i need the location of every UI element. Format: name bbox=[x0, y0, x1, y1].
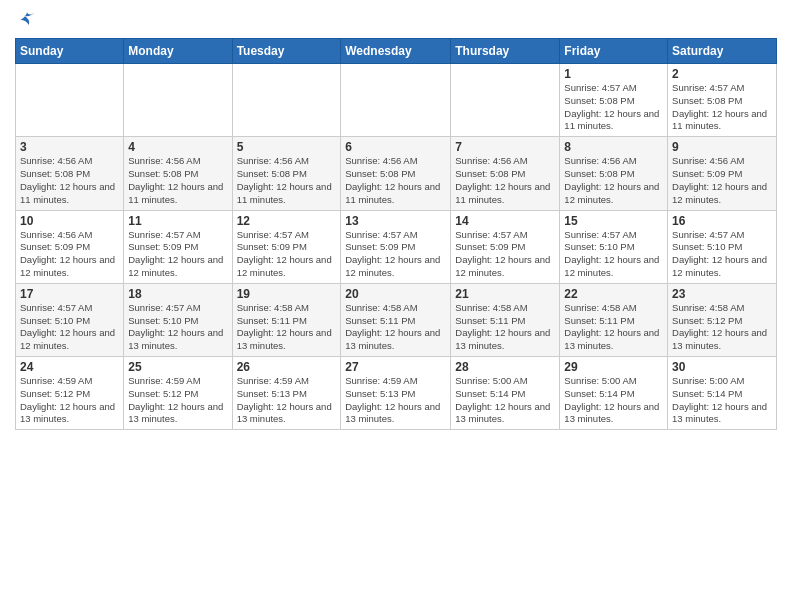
calendar-cell: 24Sunrise: 4:59 AM Sunset: 5:12 PM Dayli… bbox=[16, 357, 124, 430]
day-info: Sunrise: 4:57 AM Sunset: 5:09 PM Dayligh… bbox=[345, 229, 446, 280]
col-header-thursday: Thursday bbox=[451, 39, 560, 64]
day-info: Sunrise: 4:59 AM Sunset: 5:12 PM Dayligh… bbox=[128, 375, 227, 426]
calendar-cell: 29Sunrise: 5:00 AM Sunset: 5:14 PM Dayli… bbox=[560, 357, 668, 430]
day-number: 11 bbox=[128, 214, 227, 228]
calendar-cell: 7Sunrise: 4:56 AM Sunset: 5:08 PM Daylig… bbox=[451, 137, 560, 210]
day-info: Sunrise: 4:57 AM Sunset: 5:08 PM Dayligh… bbox=[672, 82, 772, 133]
calendar-cell: 18Sunrise: 4:57 AM Sunset: 5:10 PM Dayli… bbox=[124, 283, 232, 356]
day-info: Sunrise: 5:00 AM Sunset: 5:14 PM Dayligh… bbox=[455, 375, 555, 426]
day-info: Sunrise: 4:56 AM Sunset: 5:08 PM Dayligh… bbox=[345, 155, 446, 206]
day-info: Sunrise: 4:58 AM Sunset: 5:11 PM Dayligh… bbox=[455, 302, 555, 353]
day-number: 12 bbox=[237, 214, 337, 228]
day-info: Sunrise: 4:56 AM Sunset: 5:08 PM Dayligh… bbox=[237, 155, 337, 206]
calendar-cell: 23Sunrise: 4:58 AM Sunset: 5:12 PM Dayli… bbox=[668, 283, 777, 356]
calendar-cell: 12Sunrise: 4:57 AM Sunset: 5:09 PM Dayli… bbox=[232, 210, 341, 283]
day-info: Sunrise: 5:00 AM Sunset: 5:14 PM Dayligh… bbox=[672, 375, 772, 426]
col-header-tuesday: Tuesday bbox=[232, 39, 341, 64]
col-header-sunday: Sunday bbox=[16, 39, 124, 64]
col-header-monday: Monday bbox=[124, 39, 232, 64]
calendar-cell: 8Sunrise: 4:56 AM Sunset: 5:08 PM Daylig… bbox=[560, 137, 668, 210]
col-header-wednesday: Wednesday bbox=[341, 39, 451, 64]
day-number: 16 bbox=[672, 214, 772, 228]
day-info: Sunrise: 4:59 AM Sunset: 5:13 PM Dayligh… bbox=[237, 375, 337, 426]
day-info: Sunrise: 4:56 AM Sunset: 5:08 PM Dayligh… bbox=[20, 155, 119, 206]
calendar-cell: 21Sunrise: 4:58 AM Sunset: 5:11 PM Dayli… bbox=[451, 283, 560, 356]
day-number: 19 bbox=[237, 287, 337, 301]
day-info: Sunrise: 4:57 AM Sunset: 5:09 PM Dayligh… bbox=[455, 229, 555, 280]
day-number: 10 bbox=[20, 214, 119, 228]
day-info: Sunrise: 4:57 AM Sunset: 5:10 PM Dayligh… bbox=[128, 302, 227, 353]
day-info: Sunrise: 4:56 AM Sunset: 5:08 PM Dayligh… bbox=[128, 155, 227, 206]
day-info: Sunrise: 4:58 AM Sunset: 5:11 PM Dayligh… bbox=[564, 302, 663, 353]
calendar-cell: 16Sunrise: 4:57 AM Sunset: 5:10 PM Dayli… bbox=[668, 210, 777, 283]
calendar-cell: 6Sunrise: 4:56 AM Sunset: 5:08 PM Daylig… bbox=[341, 137, 451, 210]
day-info: Sunrise: 4:58 AM Sunset: 5:11 PM Dayligh… bbox=[345, 302, 446, 353]
calendar-cell: 10Sunrise: 4:56 AM Sunset: 5:09 PM Dayli… bbox=[16, 210, 124, 283]
day-number: 26 bbox=[237, 360, 337, 374]
calendar-cell: 25Sunrise: 4:59 AM Sunset: 5:12 PM Dayli… bbox=[124, 357, 232, 430]
day-info: Sunrise: 4:58 AM Sunset: 5:11 PM Dayligh… bbox=[237, 302, 337, 353]
calendar-cell: 27Sunrise: 4:59 AM Sunset: 5:13 PM Dayli… bbox=[341, 357, 451, 430]
day-info: Sunrise: 5:00 AM Sunset: 5:14 PM Dayligh… bbox=[564, 375, 663, 426]
col-header-friday: Friday bbox=[560, 39, 668, 64]
calendar-cell bbox=[124, 64, 232, 137]
day-number: 24 bbox=[20, 360, 119, 374]
calendar-cell: 13Sunrise: 4:57 AM Sunset: 5:09 PM Dayli… bbox=[341, 210, 451, 283]
calendar-cell: 5Sunrise: 4:56 AM Sunset: 5:08 PM Daylig… bbox=[232, 137, 341, 210]
day-number: 28 bbox=[455, 360, 555, 374]
day-info: Sunrise: 4:58 AM Sunset: 5:12 PM Dayligh… bbox=[672, 302, 772, 353]
day-number: 5 bbox=[237, 140, 337, 154]
day-info: Sunrise: 4:57 AM Sunset: 5:09 PM Dayligh… bbox=[128, 229, 227, 280]
calendar-cell: 26Sunrise: 4:59 AM Sunset: 5:13 PM Dayli… bbox=[232, 357, 341, 430]
calendar-cell: 22Sunrise: 4:58 AM Sunset: 5:11 PM Dayli… bbox=[560, 283, 668, 356]
calendar-cell: 17Sunrise: 4:57 AM Sunset: 5:10 PM Dayli… bbox=[16, 283, 124, 356]
calendar-cell bbox=[16, 64, 124, 137]
day-info: Sunrise: 4:59 AM Sunset: 5:12 PM Dayligh… bbox=[20, 375, 119, 426]
day-number: 22 bbox=[564, 287, 663, 301]
day-info: Sunrise: 4:56 AM Sunset: 5:08 PM Dayligh… bbox=[564, 155, 663, 206]
day-number: 15 bbox=[564, 214, 663, 228]
calendar-cell: 2Sunrise: 4:57 AM Sunset: 5:08 PM Daylig… bbox=[668, 64, 777, 137]
calendar-cell: 14Sunrise: 4:57 AM Sunset: 5:09 PM Dayli… bbox=[451, 210, 560, 283]
calendar-week-row: 1Sunrise: 4:57 AM Sunset: 5:08 PM Daylig… bbox=[16, 64, 777, 137]
calendar-cell: 20Sunrise: 4:58 AM Sunset: 5:11 PM Dayli… bbox=[341, 283, 451, 356]
day-info: Sunrise: 4:57 AM Sunset: 5:09 PM Dayligh… bbox=[237, 229, 337, 280]
day-number: 25 bbox=[128, 360, 227, 374]
col-header-saturday: Saturday bbox=[668, 39, 777, 64]
calendar-cell bbox=[451, 64, 560, 137]
calendar-cell: 11Sunrise: 4:57 AM Sunset: 5:09 PM Dayli… bbox=[124, 210, 232, 283]
calendar-week-row: 17Sunrise: 4:57 AM Sunset: 5:10 PM Dayli… bbox=[16, 283, 777, 356]
day-number: 3 bbox=[20, 140, 119, 154]
day-info: Sunrise: 4:56 AM Sunset: 5:08 PM Dayligh… bbox=[455, 155, 555, 206]
day-info: Sunrise: 4:57 AM Sunset: 5:10 PM Dayligh… bbox=[564, 229, 663, 280]
day-number: 13 bbox=[345, 214, 446, 228]
day-info: Sunrise: 4:59 AM Sunset: 5:13 PM Dayligh… bbox=[345, 375, 446, 426]
day-number: 7 bbox=[455, 140, 555, 154]
day-number: 4 bbox=[128, 140, 227, 154]
day-number: 6 bbox=[345, 140, 446, 154]
logo-area bbox=[15, 10, 37, 30]
day-info: Sunrise: 4:57 AM Sunset: 5:10 PM Dayligh… bbox=[20, 302, 119, 353]
day-info: Sunrise: 4:57 AM Sunset: 5:08 PM Dayligh… bbox=[564, 82, 663, 133]
day-number: 29 bbox=[564, 360, 663, 374]
day-number: 20 bbox=[345, 287, 446, 301]
calendar-cell: 3Sunrise: 4:56 AM Sunset: 5:08 PM Daylig… bbox=[16, 137, 124, 210]
calendar-table: SundayMondayTuesdayWednesdayThursdayFrid… bbox=[15, 38, 777, 430]
header bbox=[15, 10, 777, 30]
logo-bird-icon bbox=[17, 10, 37, 30]
day-info: Sunrise: 4:57 AM Sunset: 5:10 PM Dayligh… bbox=[672, 229, 772, 280]
day-number: 30 bbox=[672, 360, 772, 374]
page: SundayMondayTuesdayWednesdayThursdayFrid… bbox=[0, 0, 792, 612]
calendar-cell bbox=[341, 64, 451, 137]
calendar-cell: 15Sunrise: 4:57 AM Sunset: 5:10 PM Dayli… bbox=[560, 210, 668, 283]
day-number: 8 bbox=[564, 140, 663, 154]
calendar-cell: 1Sunrise: 4:57 AM Sunset: 5:08 PM Daylig… bbox=[560, 64, 668, 137]
calendar-week-row: 10Sunrise: 4:56 AM Sunset: 5:09 PM Dayli… bbox=[16, 210, 777, 283]
calendar-week-row: 3Sunrise: 4:56 AM Sunset: 5:08 PM Daylig… bbox=[16, 137, 777, 210]
day-number: 17 bbox=[20, 287, 119, 301]
calendar-cell: 19Sunrise: 4:58 AM Sunset: 5:11 PM Dayli… bbox=[232, 283, 341, 356]
day-number: 9 bbox=[672, 140, 772, 154]
day-info: Sunrise: 4:56 AM Sunset: 5:09 PM Dayligh… bbox=[20, 229, 119, 280]
logo bbox=[15, 10, 37, 30]
day-number: 21 bbox=[455, 287, 555, 301]
